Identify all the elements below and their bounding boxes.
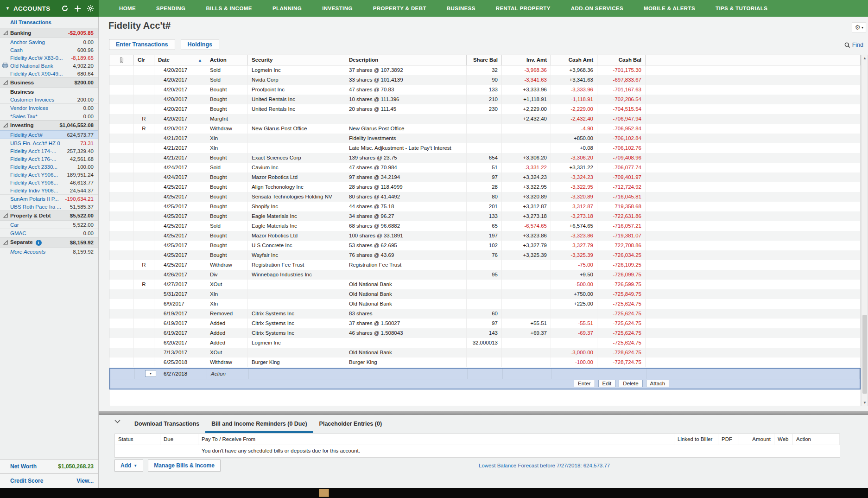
sidebar-section-banking[interactable]: Banking-$2,005.85 (0, 28, 98, 38)
column-header-share-bal[interactable]: Share Bal (467, 55, 502, 65)
net-worth-link[interactable]: Net Worth (10, 463, 37, 470)
holdings-button[interactable]: Holdings (181, 39, 219, 50)
table-row[interactable]: 5/31/2017XInOld National Bank+750.00-725… (109, 289, 861, 299)
table-row[interactable]: R4/25/2017WithdrawRegistration Fee Trust… (109, 260, 861, 270)
enter-button[interactable]: Enter (574, 380, 595, 387)
sidebar-item-vendor-invoices[interactable]: Vendor Invoices0.00 (0, 103, 98, 112)
table-row[interactable]: 4/25/2017SoldEagle Materials Inc68 share… (109, 221, 861, 231)
add-reminder-button[interactable]: Add▼ (114, 460, 143, 472)
reminder-column-pay-to-receive-from[interactable]: Pay To / Receive From (198, 434, 674, 445)
tab-download-transactions[interactable]: Download Transactions (128, 417, 205, 433)
table-row[interactable]: R4/27/2017XOutOld National Bank-500.00-7… (109, 280, 861, 289)
nav-item-planning[interactable]: PLANNING (262, 6, 312, 11)
nav-item-property-debt[interactable]: PROPERTY & DEBT (363, 6, 437, 11)
sidebar-item-gmac[interactable]: GMAC0.00 (0, 229, 98, 237)
table-row[interactable]: 4/20/2017BoughtUnited Rentals Inc10 shar… (109, 95, 861, 104)
reminder-column-linked-to-biller[interactable]: Linked to Biller (674, 434, 718, 445)
table-row[interactable]: 4/26/2017DivWinnebago Industries Inc95+9… (109, 270, 861, 280)
tab-placeholder-entries-0[interactable]: Placeholder Entries (0) (313, 417, 388, 433)
sidebar-item-sunam-polaris-ii-p[interactable]: SunAm Polaris II P...-190,634.21 (0, 194, 98, 203)
table-row[interactable]: 4/21/2017XInLate Misc. Adjkustment - Lat… (109, 143, 861, 153)
scrollbar-thumb[interactable] (862, 315, 867, 394)
credit-score-link[interactable]: Credit Score (10, 478, 43, 484)
delete-button[interactable]: Delete (619, 380, 642, 387)
refresh-icon[interactable] (61, 5, 69, 12)
table-row[interactable]: 6/19/2017AddedCitrix Systems Inc46 share… (109, 328, 861, 338)
sidebar-item-business[interactable]: Business (0, 88, 98, 96)
table-row[interactable]: 4/25/2017BoughtShopify Inc44 shares @ 75… (109, 202, 861, 211)
column-header-date[interactable]: Date▲ (154, 55, 206, 65)
table-row[interactable]: R4/20/2017MargInt+2,432.40-2,432.40-706,… (109, 114, 861, 124)
accounts-header[interactable]: ▼ ACCOUNTS (0, 0, 99, 17)
enter-transactions-button[interactable]: Enter Transactions (109, 39, 175, 50)
table-row[interactable]: 4/25/2017BoughtSensata Technologies Hold… (109, 192, 861, 202)
table-row[interactable]: 7/13/2017XOutOld National Bank-3,000.00-… (109, 348, 861, 358)
table-row[interactable]: R4/20/2017WithdrawNew Glarus Post Office… (109, 124, 861, 134)
new-inv-field[interactable] (503, 369, 552, 379)
accounts-settings-icon[interactable] (87, 5, 94, 12)
panel-splitter[interactable] (99, 411, 868, 415)
nav-item-tips-tutorials[interactable]: TIPS & TUTORIALS (705, 6, 778, 11)
sidebar-item-sales-tax[interactable]: *Sales Tax*0.00 (0, 112, 98, 120)
clr-dropdown[interactable]: ▼ (135, 369, 155, 379)
column-header-cash-bal[interactable]: Cash Bal (597, 55, 646, 65)
panel-collapse-icon[interactable] (114, 420, 120, 423)
table-row[interactable]: 4/25/2017BoughtMazor Robotics Ltd100 sha… (109, 231, 861, 241)
sidebar-item-more-accounts[interactable]: More Accounts8,159.92 (0, 248, 98, 256)
new-cash-field[interactable] (552, 369, 598, 379)
sidebar-section-separate[interactable]: Separatei$8,159.92 (0, 237, 98, 248)
column-header-action[interactable]: Action (206, 55, 248, 65)
register-scrollbar[interactable]: ▲ ▼ (862, 55, 868, 406)
account-actions-gear[interactable]: ⚙▾ (852, 22, 866, 32)
nav-item-spending[interactable]: SPENDING (146, 6, 196, 11)
reminder-column-due[interactable]: Due (160, 434, 198, 445)
selected-new-transaction-row[interactable]: ▼ 6/27/2018 Action EnterEditDeleteAttach (109, 368, 861, 389)
table-row[interactable]: 4/24/2017BoughtMazor Robotics Ltd97 shar… (109, 172, 861, 182)
sidebar-item-ubs-fin-acc-t-hz-0[interactable]: UBS Fin. Acc't# HZ 0-73.31 (0, 139, 98, 147)
reminder-column-amount[interactable]: Amount (739, 434, 774, 445)
column-header-security[interactable]: Security (248, 55, 345, 65)
sidebar-item-fidelity-acc-t-x83-0[interactable]: Fidelity Acc't# X83-0...-8,189.65 (0, 54, 98, 62)
table-row[interactable]: 4/20/2017BoughtUnited Rentals Inc20 shar… (109, 104, 861, 114)
nav-item-bills-income[interactable]: BILLS & INCOME (196, 6, 262, 11)
column-header-inv-amt[interactable]: Inv. Amt (502, 55, 551, 65)
table-row[interactable]: 6/9/2017XInOld National Bank+225.00-725,… (109, 299, 861, 309)
sidebar-item-fidelity-acc-t-2330[interactable]: Fidelity Acc't 2330...100.00 (0, 163, 98, 171)
attachment-column-header[interactable] (109, 55, 134, 65)
new-date-field[interactable]: 6/27/2018 (155, 369, 207, 379)
table-row[interactable]: 4/25/2017BoughtU S Concrete Inc53 shares… (109, 241, 861, 250)
sidebar-item-fidelity-acc-t-y906[interactable]: Fidelity Acc't Y906...189,951.24 (0, 171, 98, 179)
sidebar-item-fidelity-acc-t-y906[interactable]: Fidelity Acc't Y906...46,613.77 (0, 179, 98, 186)
nav-item-business[interactable]: BUSINESS (437, 6, 486, 11)
add-account-icon[interactable] (74, 5, 81, 12)
table-row[interactable]: 4/24/2017SoldCavium Inc47 shares @ 70.98… (109, 163, 861, 172)
nav-item-home[interactable]: HOME (109, 6, 146, 11)
reminder-column-pdf[interactable]: PDF (718, 434, 739, 445)
sidebar-item-ubs-roth-pace-ira[interactable]: UBS Roth Pace Ira ...51,585.37 (0, 203, 98, 211)
info-icon[interactable]: i (36, 240, 42, 246)
reminder-column-action[interactable]: Action (793, 434, 840, 445)
table-row[interactable]: 4/20/2017SoldLogmein Inc37 shares @ 107.… (109, 65, 861, 75)
nav-item-investing[interactable]: INVESTING (312, 6, 363, 11)
sidebar-item-customer-invoices[interactable]: Customer Invoices200.00 (0, 96, 98, 103)
scroll-up-icon[interactable]: ▲ (862, 56, 868, 60)
lowest-balance-forecast-link[interactable]: Lowest Balance Forecast before 7/27/2018… (479, 463, 610, 468)
nav-item-rental-property[interactable]: RENTAL PROPERTY (486, 6, 561, 11)
table-row[interactable]: 6/19/2017RemovedCitrix Systems Inc83 sha… (109, 309, 861, 319)
table-row[interactable]: 4/21/2017XInFidelity Investments+850.00-… (109, 134, 861, 143)
credit-score-view-link[interactable]: View... (76, 478, 94, 484)
sidebar-item-fidelity-acc-t[interactable]: Fidelity Acc't#624,573.77 (0, 130, 98, 139)
reminder-column-status[interactable]: Status (115, 434, 160, 445)
sidebar-item-car[interactable]: Car5,522.00 (0, 221, 98, 229)
edit-button[interactable]: Edit (598, 380, 616, 387)
nav-item-add-on-services[interactable]: ADD-ON SERVICES (561, 6, 634, 11)
column-header-description[interactable]: Description (345, 55, 467, 65)
sidebar-item-fidelity-acc-t-176[interactable]: Fidelity Acc't 176-...42,561.68 (0, 155, 98, 163)
table-row[interactable]: 4/20/2017SoldNvida Corp33 shares @ 101.4… (109, 75, 861, 85)
sidebar-item-fidelity-acc-t-x90-49[interactable]: Fidelity Acc't X90-49...680.64 (0, 70, 98, 77)
taskbar-app-icon[interactable] (319, 489, 329, 497)
sidebar-item-cash[interactable]: Cash600.96 (0, 46, 98, 54)
find-control[interactable]: Find (844, 42, 863, 48)
sidebar-section-property-debt[interactable]: Property & Debt$5,522.00 (0, 211, 98, 221)
tab-bill-and-income-reminders-0-due[interactable]: Bill and Income Reminders (0 Due) (205, 417, 313, 433)
